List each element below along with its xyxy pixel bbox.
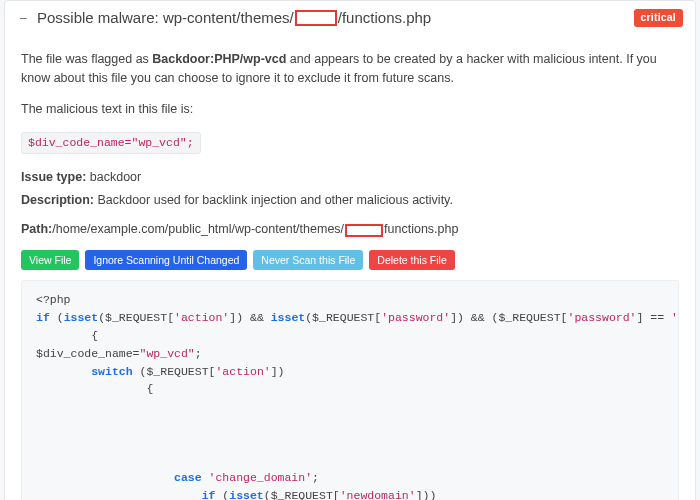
issue-type-value: backdoor <box>86 170 141 184</box>
malware-name: Backdoor:PHP/wp-vcd <box>152 52 286 66</box>
path-suffix: functions.php <box>384 220 458 239</box>
path-row: Path: /home/example.com/public_html/wp-c… <box>21 220 679 239</box>
card-body: The file was flagged as Backdoor:PHP/wp-… <box>5 36 695 500</box>
path-label: Path: <box>21 220 52 239</box>
issue-type-label: Issue type: <box>21 170 86 184</box>
path-prefix: /home/example.com/public_html/wp-content… <box>52 220 344 239</box>
title-suffix: /functions.php <box>338 9 431 26</box>
card-title: Possible malware: wp-content/themes/ /fu… <box>37 9 634 26</box>
never-scan-button[interactable]: Never Scan this File <box>253 250 363 271</box>
description-row: Description: Backdoor used for backlink … <box>21 191 679 210</box>
redacted-theme-name <box>295 10 337 26</box>
action-buttons: View File Ignore Scanning Until Changed … <box>21 250 679 271</box>
title-prefix: Possible malware: wp-content/themes/ <box>37 9 294 26</box>
severity-badge: critical <box>634 9 683 27</box>
scan-result-card: − Possible malware: wp-content/themes/ /… <box>4 0 696 500</box>
flag-description: The file was flagged as Backdoor:PHP/wp-… <box>21 50 679 89</box>
malicious-text-label: The malicious text in this file is: <box>21 100 679 119</box>
description-label: Description: <box>21 193 94 207</box>
description-value: Backdoor used for backlink injection and… <box>94 193 453 207</box>
collapse-icon[interactable]: − <box>13 10 33 26</box>
issue-type-row: Issue type: backdoor <box>21 168 679 187</box>
redacted-path-segment <box>345 224 383 237</box>
malicious-snippet: $div_code_name="wp_vcd"; <box>21 132 201 154</box>
ignore-button[interactable]: Ignore Scanning Until Changed <box>85 250 247 271</box>
view-file-button[interactable]: View File <box>21 250 79 271</box>
delete-file-button[interactable]: Delete this File <box>369 250 454 271</box>
card-header: − Possible malware: wp-content/themes/ /… <box>5 1 695 36</box>
code-preview: <?php if (isset($_REQUEST['action']) && … <box>21 280 679 500</box>
